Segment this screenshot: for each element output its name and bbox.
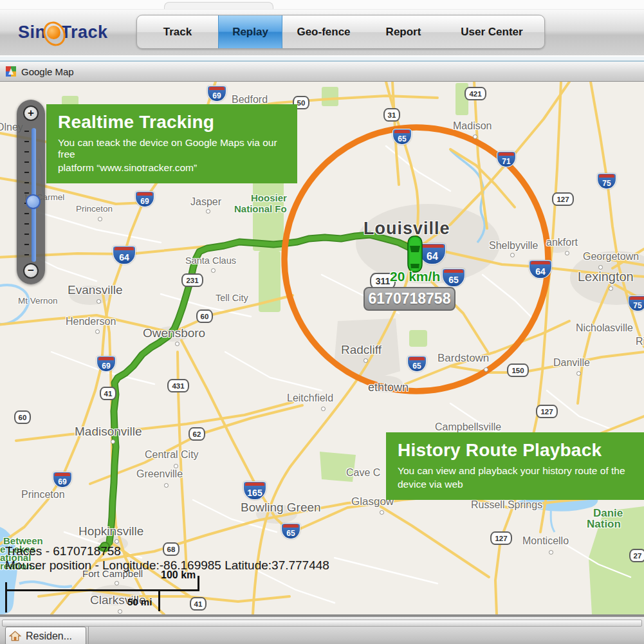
map-label-cave-city-part: Cave C bbox=[346, 467, 380, 479]
map-label-mt-vernon: Mt Vernon bbox=[18, 296, 58, 306]
realtime-banner-title: Realtime Tracking bbox=[58, 112, 286, 133]
horizontal-scrollbar[interactable] bbox=[2, 620, 642, 627]
main-navbar: SinTrack Track Replay Geo-fence Report U… bbox=[0, 9, 644, 57]
map-label-hoosier-1: Hoosier bbox=[251, 192, 287, 203]
map-label-shelbyville: Shelbyville bbox=[489, 240, 538, 252]
city-dot bbox=[206, 209, 210, 214]
zoom-out-button[interactable]: − bbox=[23, 263, 39, 279]
city-dot bbox=[111, 439, 115, 444]
traces-readout: Traces - 6170718758 bbox=[5, 544, 121, 558]
realtime-banner-line1: You can teack the device on Google Maps … bbox=[58, 137, 286, 160]
taskbar-divider bbox=[88, 627, 89, 644]
vehicle-marker[interactable] bbox=[405, 235, 425, 273]
us-shield-421: 421 bbox=[465, 87, 486, 100]
zoom-tick-marks bbox=[24, 131, 29, 257]
speed-readout: 20 km/h bbox=[390, 269, 440, 284]
bottom-taskbar: Residen... bbox=[0, 616, 644, 644]
city-dot bbox=[174, 464, 178, 468]
sinotrack-logo: SinTrack bbox=[18, 23, 108, 46]
taskbar-item-label: Residen... bbox=[26, 630, 72, 642]
city-dot bbox=[565, 251, 569, 255]
map-label-lexington: Lexington bbox=[578, 270, 634, 284]
us-shield-231: 231 bbox=[181, 273, 203, 287]
google-map-icon bbox=[6, 66, 16, 77]
city-dot bbox=[598, 265, 603, 270]
us-shield-150: 150 bbox=[507, 363, 529, 377]
browser-top-strip bbox=[0, 0, 644, 9]
map-label-hoosier-2: National Fo bbox=[234, 203, 287, 214]
history-playback-banner: History Route Playback You can view and … bbox=[386, 432, 644, 500]
scale-bar-left-tick bbox=[5, 582, 7, 612]
device-id-label[interactable]: 6170718758 bbox=[363, 287, 455, 311]
map-label-monticello: Monticello bbox=[522, 535, 569, 547]
us-shield-127: 127 bbox=[490, 531, 512, 545]
scale-bar-km-tick bbox=[198, 576, 199, 591]
map-label-madisonville: Madisonville bbox=[75, 425, 142, 439]
tab-user-center[interactable]: User Center bbox=[442, 15, 542, 48]
map-label-madison: Madison bbox=[453, 120, 492, 132]
map-zoom-slider: + − bbox=[17, 100, 45, 284]
map-label-evansville: Evansville bbox=[68, 283, 123, 297]
scale-mi-label: 50 mi bbox=[127, 596, 152, 607]
logo-text-sin: Sin bbox=[18, 23, 46, 42]
map-label-tell-city: Tell City bbox=[216, 293, 248, 303]
map-label-owensboro: Owensboro bbox=[143, 326, 205, 340]
city-dot bbox=[380, 510, 384, 515]
zoom-handle[interactable] bbox=[26, 194, 41, 209]
history-banner-line2: device via web bbox=[398, 479, 633, 490]
realtime-tracking-banner: Realtime Tracking You can teack the devi… bbox=[46, 104, 297, 183]
city-dot bbox=[98, 217, 102, 221]
scale-bar-line bbox=[5, 589, 199, 591]
tab-track[interactable]: Track bbox=[137, 15, 218, 48]
city-dot bbox=[115, 581, 119, 585]
separator-bar bbox=[0, 55, 644, 62]
us-shield-62: 62 bbox=[189, 427, 205, 441]
us-shield-41: 41 bbox=[100, 387, 116, 400]
logo-globe-icon bbox=[47, 26, 60, 39]
map-label-georgetown: Georgetown bbox=[583, 251, 639, 262]
scale-km-label: 100 km bbox=[161, 569, 196, 581]
history-banner-line1: You can view and playback your history r… bbox=[398, 465, 633, 477]
nav-tab-group: Track Replay Geo-fence Report User Cente… bbox=[136, 15, 545, 49]
zoom-in-button[interactable]: + bbox=[23, 106, 39, 121]
history-banner-title: History Route Playback bbox=[398, 440, 633, 461]
city-dot bbox=[549, 550, 553, 555]
map-label-central-city: Central City bbox=[145, 449, 199, 461]
plus-icon: + bbox=[28, 107, 34, 119]
google-map-title: Google Map bbox=[21, 66, 74, 77]
tab-geo-fence[interactable]: Geo-fence bbox=[282, 15, 365, 48]
city-dot bbox=[473, 134, 477, 139]
city-dot bbox=[211, 268, 216, 273]
city-dot bbox=[510, 253, 515, 257]
us-shield-31: 31 bbox=[383, 108, 400, 122]
map-label-nicholasville: Nicholasville bbox=[576, 322, 633, 334]
map-label-jasper: Jasper bbox=[190, 196, 221, 208]
city-dot bbox=[95, 329, 100, 334]
map-label-hopkinsville: Hopkinsville bbox=[78, 524, 143, 538]
us-shield-27: 27 bbox=[629, 549, 644, 562]
us-shield-127: 127 bbox=[536, 405, 558, 418]
map-label-elizabethtown-part: ethtown bbox=[368, 381, 409, 394]
logo-text-track: Track bbox=[61, 23, 108, 42]
map-label-richmond-part: Ri bbox=[636, 336, 644, 347]
map-label-radcliff: Radcliff bbox=[341, 343, 382, 357]
map-label-bowling-green: Bowling Green bbox=[241, 501, 321, 515]
tab-report[interactable]: Report bbox=[365, 15, 442, 48]
us-shield-60: 60 bbox=[196, 309, 213, 323]
city-dot bbox=[363, 358, 368, 363]
taskbar-item-residence[interactable]: Residen... bbox=[5, 627, 86, 644]
google-map-bar: Google Map bbox=[0, 62, 644, 82]
map-label-greenville: Greenville bbox=[136, 468, 183, 480]
city-dot bbox=[609, 286, 613, 291]
tab-replay[interactable]: Replay bbox=[218, 15, 282, 48]
us-shield-68: 68 bbox=[163, 542, 179, 556]
realtime-banner-line2: platform “www.sinotracker.com” bbox=[58, 162, 286, 174]
map-label-princeton-ky: Princeton bbox=[21, 489, 65, 501]
map-canvas[interactable]: Bedford Olney Madison Mt Carmel Princeto… bbox=[0, 82, 644, 616]
us-shield-41: 41 bbox=[190, 597, 207, 611]
map-label-russell-springs: Russell Springs bbox=[471, 499, 542, 511]
map-label-bardstown: Bardstown bbox=[437, 352, 489, 365]
city-dot bbox=[115, 539, 119, 544]
map-label-daniel-2: Nation bbox=[587, 518, 621, 531]
city-dot bbox=[576, 371, 581, 376]
